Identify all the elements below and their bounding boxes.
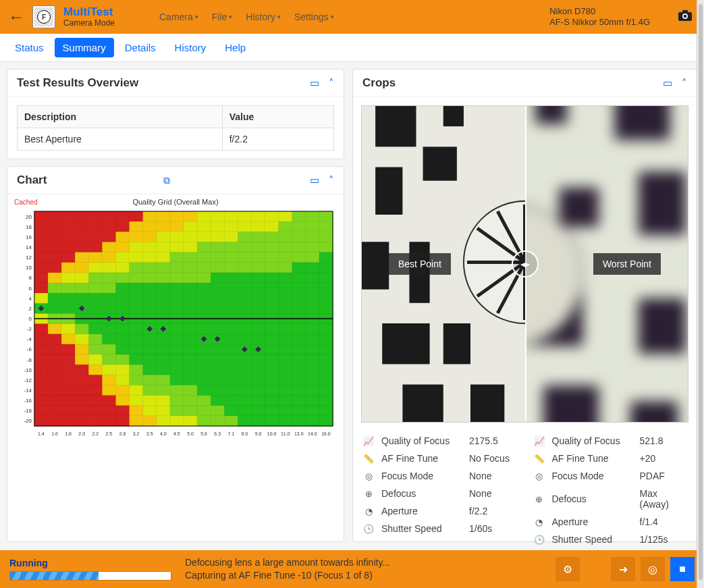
- svg-rect-95: [75, 252, 89, 263]
- svg-text:9.0: 9.0: [255, 431, 262, 436]
- image-compare[interactable]: Best Point Worst Point ◂▸: [361, 105, 688, 423]
- svg-rect-428: [115, 406, 130, 417]
- svg-rect-81: [184, 242, 198, 252]
- svg-rect-418: [279, 396, 293, 406]
- svg-rect-246: [34, 324, 49, 335]
- svg-rect-275: [130, 334, 144, 345]
- svg-rect-154: [279, 273, 293, 284]
- svg-text:8.0: 8.0: [242, 431, 248, 436]
- svg-rect-144: [143, 273, 157, 284]
- compare-handle[interactable]: ◂▸: [512, 250, 539, 277]
- svg-text:4.0: 4.0: [160, 431, 167, 436]
- svg-rect-346: [197, 365, 211, 375]
- window-icon[interactable]: ▭: [310, 174, 319, 186]
- svg-rect-288: [306, 334, 320, 345]
- svg-text:1.6: 1.6: [51, 431, 58, 436]
- svg-rect-18: [224, 211, 238, 222]
- svg-rect-286: [279, 334, 293, 345]
- svg-rect-372: [251, 375, 265, 385]
- left-column: Test Results Overview ▭ ˄ Description Va…: [7, 69, 344, 542]
- svg-rect-374: [279, 375, 293, 385]
- svg-rect-79: [157, 242, 171, 252]
- svg-rect-173: [238, 283, 252, 294]
- svg-rect-379: [48, 385, 62, 396]
- svg-rect-381: [75, 385, 89, 396]
- svg-rect-156: [306, 273, 320, 284]
- svg-rect-104: [197, 252, 211, 263]
- tab-help[interactable]: Help: [217, 38, 254, 57]
- svg-rect-12: [143, 211, 157, 222]
- tab-history[interactable]: History: [167, 38, 215, 57]
- window-icon[interactable]: ▭: [310, 77, 319, 89]
- svg-rect-434: [197, 406, 211, 417]
- col-value: Value: [222, 106, 333, 128]
- menu-settings[interactable]: Settings▾: [294, 11, 334, 22]
- svg-rect-91: [319, 242, 333, 252]
- svg-text:13.0: 13.0: [294, 431, 304, 436]
- camera-icon[interactable]: [678, 10, 692, 24]
- svg-rect-84: [224, 242, 238, 252]
- ruler-icon: 📏: [533, 454, 545, 464]
- svg-rect-464: [306, 416, 320, 427]
- svg-rect-146: [170, 273, 184, 284]
- svg-rect-390: [197, 385, 211, 396]
- svg-rect-52: [88, 232, 103, 242]
- best-point-label: Best Point: [389, 253, 451, 275]
- svg-rect-160: [61, 283, 76, 294]
- svg-rect-417: [265, 396, 279, 406]
- quality-grid-chart[interactable]: 20181614121086420-2-4-6-8-10-12-14-16-18…: [14, 209, 337, 438]
- svg-rect-438: [251, 406, 265, 417]
- collapse-icon[interactable]: ˄: [329, 77, 334, 89]
- tab-summary[interactable]: Summary: [55, 38, 114, 57]
- menu-camera[interactable]: Camera▾: [159, 11, 198, 22]
- scrollbar[interactable]: [697, 0, 704, 549]
- svg-rect-405: [102, 396, 116, 406]
- collapse-icon[interactable]: ˄: [329, 174, 334, 186]
- svg-rect-457: [211, 416, 225, 427]
- svg-rect-368: [197, 375, 211, 385]
- svg-rect-287: [292, 334, 306, 345]
- window-icon[interactable]: ▭: [663, 77, 672, 89]
- svg-rect-283: [238, 334, 252, 345]
- svg-rect-197: [265, 293, 279, 304]
- chevron-down-icon: ▾: [195, 14, 198, 20]
- svg-rect-300: [170, 344, 184, 355]
- copy-icon[interactable]: ⧉: [163, 175, 170, 186]
- ruler-icon: 📏: [362, 454, 375, 464]
- svg-rect-416: [251, 396, 265, 406]
- tab-details[interactable]: Details: [117, 38, 164, 57]
- svg-rect-20: [251, 211, 265, 222]
- svg-rect-297: [130, 344, 144, 355]
- svg-rect-11: [130, 211, 144, 222]
- svg-rect-269: [48, 334, 62, 345]
- svg-rect-110: [279, 252, 293, 263]
- menu-file[interactable]: File▾: [212, 11, 233, 22]
- menu-history[interactable]: History▾: [246, 11, 281, 22]
- svg-rect-263: [265, 324, 279, 335]
- svg-rect-189: [157, 293, 171, 304]
- svg-point-3: [684, 14, 687, 18]
- svg-rect-38: [197, 221, 211, 232]
- svg-text:2.5: 2.5: [106, 431, 113, 436]
- target-icon: ◎: [533, 471, 545, 481]
- chart-panel-title: Chart: [17, 173, 157, 187]
- tab-status[interactable]: Status: [7, 38, 52, 57]
- svg-rect-307: [265, 344, 279, 355]
- svg-rect-315: [75, 354, 89, 365]
- svg-rect-113: [319, 252, 333, 263]
- svg-rect-359: [75, 375, 89, 385]
- svg-rect-204: [61, 303, 76, 314]
- svg-rect-351: [265, 365, 279, 375]
- crops-header: Crops ▭ ˄: [353, 70, 697, 97]
- svg-rect-54: [115, 232, 130, 242]
- svg-rect-299: [157, 344, 171, 355]
- back-button[interactable]: ←: [8, 7, 24, 26]
- svg-rect-383: [102, 385, 116, 396]
- svg-rect-411: [184, 396, 198, 406]
- aperture-icon: ◔: [533, 517, 545, 527]
- svg-text:-14: -14: [24, 387, 32, 394]
- svg-rect-72: [61, 242, 76, 252]
- svg-rect-257: [184, 324, 198, 335]
- svg-rect-413: [211, 396, 225, 406]
- collapse-icon[interactable]: ˄: [682, 77, 687, 89]
